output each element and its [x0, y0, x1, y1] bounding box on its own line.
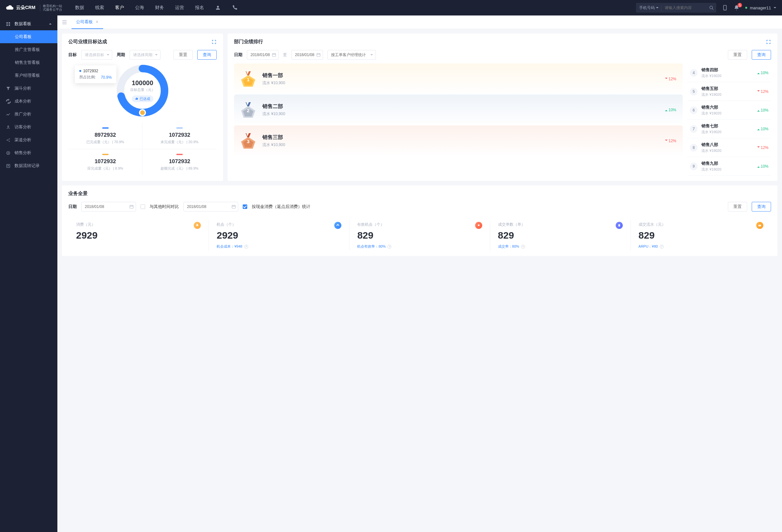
goal-reset-button[interactable]: 重置 [173, 50, 193, 60]
donut-chart: 100000 目标总量（元） 已达成 [113, 62, 172, 119]
rank-name: 销售八部 [702, 142, 753, 148]
pano-label: 有效机会（个） [357, 222, 384, 227]
arrow-up-icon [757, 165, 760, 168]
nav-signup[interactable]: 报名 [195, 5, 204, 11]
sidebar-item-promo-board[interactable]: 推广主管看板 [0, 43, 58, 56]
rank-number: 4 [690, 69, 698, 77]
sidebar-parent-dashboard[interactable]: 数据看板 [0, 17, 58, 30]
sidebar-item-manager-board[interactable]: 客户经理看板 [0, 69, 58, 82]
nav-customer[interactable]: 客户 [115, 5, 124, 11]
pano-cell: 成交流水（元） 829 ARPU：¥80 ? [631, 220, 771, 251]
donut-badge: 已达成 [132, 96, 153, 102]
pano-icon [475, 222, 482, 229]
pano-query-button[interactable]: 查询 [752, 202, 771, 212]
expand-icon[interactable] [766, 39, 771, 44]
nav-finance[interactable]: 财务 [155, 5, 164, 11]
goal-query-button[interactable]: 查询 [197, 50, 217, 60]
period-select[interactable]: 请选择周期 [130, 50, 161, 60]
svg-rect-19 [317, 54, 320, 57]
arrow-down-icon [665, 140, 668, 142]
sidebar-item-visitor[interactable]: 访客分析 [0, 120, 58, 134]
pano-sub: ARPU：¥80 ? [639, 244, 763, 249]
help-icon[interactable]: ? [660, 245, 664, 249]
expand-icon[interactable] [211, 39, 217, 44]
refresh-icon [6, 99, 11, 104]
svg-point-10 [9, 138, 10, 139]
rank-date-from[interactable]: 2018/01/08 [247, 50, 279, 60]
stat-exceed: 1072932超额完成（元） | 89.9% [142, 149, 217, 175]
arrow-down-icon [757, 146, 760, 149]
svg-line-1 [712, 8, 713, 10]
chevron-up-icon [49, 22, 51, 25]
sidebar-item-sales-analysis[interactable]: 销售分析 [0, 146, 58, 159]
rank-name: 销售五部 [702, 86, 753, 92]
delta-down: 12% [665, 77, 676, 81]
sidebar-item-sales-board[interactable]: 销售主管看板 [0, 56, 58, 69]
rank-mode-select[interactable]: 按工单客户经理统计 [327, 50, 376, 60]
sidebar-item-cost[interactable]: 成本分析 [0, 95, 58, 108]
target-select[interactable]: 请选择目标 [81, 50, 112, 60]
search-button[interactable] [707, 3, 716, 12]
stat-completed: 8972932已完成量（元） | 70.9% [68, 123, 142, 149]
search-type-select[interactable]: 手机号码 [636, 5, 662, 11]
pano-label: 成交单数（单） [498, 222, 525, 227]
pano-label: 机会（个） [217, 222, 236, 227]
rank-podium: 1 销售一部流水 ¥10,900 12% 2 销售二部流水 ¥10,900 10… [234, 64, 683, 176]
sidebar-item-company-board[interactable]: 公司看板 [0, 30, 58, 43]
svg-point-3 [724, 9, 725, 10]
svg-point-9 [7, 140, 8, 141]
cloud-icon [6, 4, 14, 11]
nav-sea[interactable]: 公海 [135, 5, 144, 11]
arrow-up-icon [757, 109, 760, 112]
rank-sub: 流水 ¥19020 [702, 73, 753, 78]
delta-down: 12% [757, 145, 769, 150]
pano-icon [194, 222, 201, 229]
sidebar-item-promo-analysis[interactable]: 推广分析 [0, 108, 58, 120]
nav-data[interactable]: 数据 [75, 5, 84, 11]
rank-reset-button[interactable]: 重置 [728, 50, 747, 60]
nav-phone-icon[interactable] [232, 5, 238, 11]
panorama-card: 业务全景 日期 2018/01/08 与其他时间对比 2018/01/08 按现… [62, 185, 778, 256]
svg-point-13 [8, 152, 9, 153]
help-icon[interactable]: ? [521, 245, 525, 249]
rank-date-to[interactable]: 2018/01/08 [291, 50, 323, 60]
nav-user-icon[interactable] [215, 5, 221, 11]
thumb-icon [135, 97, 138, 100]
date-to-label: 至 [283, 52, 287, 58]
rank-number: 9 [690, 163, 698, 170]
nav-clue[interactable]: 线索 [95, 5, 104, 11]
close-icon[interactable]: ✕ [96, 20, 99, 24]
pano-reset-button[interactable]: 重置 [728, 202, 747, 212]
pano-sub: 机会成本：¥948 ? [217, 244, 341, 249]
cash-checkbox[interactable] [243, 204, 247, 209]
rank-query-button[interactable]: 查询 [752, 50, 771, 60]
sidebar-item-funnel[interactable]: 漏斗分析 [0, 82, 58, 95]
help-icon[interactable]: ? [387, 245, 391, 249]
rank-sub: 流水 ¥19020 [702, 148, 753, 153]
share-icon [6, 138, 11, 143]
tab-company-board[interactable]: 公司看板 ✕ [72, 15, 103, 29]
top-navigation: 数据 线索 客户 公海 财务 运营 报名 [75, 5, 238, 11]
calendar-icon [129, 204, 134, 209]
pano-date[interactable]: 2018/01/08 [81, 202, 136, 212]
pano-icon [756, 222, 763, 229]
nav-ops[interactable]: 运营 [175, 5, 184, 11]
topbar: 云朵CRM 教育机构一站式服务云平台 数据 线索 客户 公海 财务 运营 报名 … [0, 0, 782, 15]
search-input[interactable] [662, 5, 707, 10]
logo[interactable]: 云朵CRM 教育机构一站式服务云平台 [6, 4, 62, 11]
rank-row: 7 销售七部流水 ¥19020 10% [687, 119, 771, 138]
help-icon[interactable]: ? [244, 245, 248, 249]
rank-sub: 流水 ¥19020 [702, 111, 753, 116]
user-menu[interactable]: manager11 [745, 5, 776, 10]
svg-point-0 [710, 6, 713, 9]
notification-bell[interactable]: 5 [734, 5, 740, 11]
compare-checkbox[interactable] [141, 204, 145, 209]
menu-icon[interactable] [61, 19, 68, 26]
chart-icon [6, 112, 11, 117]
sidebar-item-flow-log[interactable]: 数据流转记录 [0, 159, 58, 172]
device-icon[interactable] [722, 5, 728, 11]
sidebar-item-channel[interactable]: 渠道分析 [0, 134, 58, 146]
pano-date2[interactable]: 2018/01/08 [183, 202, 238, 212]
rank-sub: 流水 ¥19020 [702, 167, 753, 172]
pano-label: 消费（元） [76, 222, 96, 227]
